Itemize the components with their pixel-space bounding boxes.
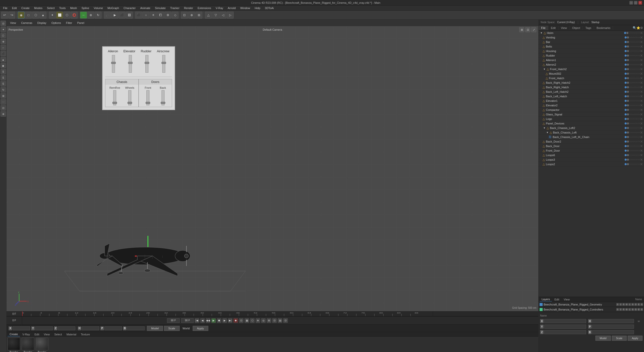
tree-item-front-hatch[interactable]: △ Front_Hatch ⋯⋯⋯✕ xyxy=(539,76,644,80)
ctrl-icon-9[interactable]: X xyxy=(640,308,643,311)
vp-display-btn[interactable]: Display xyxy=(35,21,48,25)
tool4-button[interactable]: ▷ xyxy=(227,12,234,19)
airscrew-thumb[interactable] xyxy=(162,62,166,64)
tree-item-back-left-hatch[interactable]: △ Back_Left_Hatch ⋯⋯⋯✕ xyxy=(539,94,644,99)
material-swatch-3[interactable] xyxy=(36,338,48,350)
housing-dot-1[interactable] xyxy=(625,50,627,52)
props-h-input[interactable] xyxy=(592,319,634,323)
scene-mode-button[interactable]: ⬡ xyxy=(32,12,39,19)
vp-grid-btn[interactable]: ⊡ xyxy=(525,27,530,32)
b-rotation-input[interactable] xyxy=(127,326,145,330)
sidebar-btn-16[interactable]: ⊕ xyxy=(1,111,6,117)
scale-coord-button[interactable]: Scale xyxy=(164,326,180,331)
airscrew-track[interactable] xyxy=(162,55,165,73)
sidebar-btn-6[interactable]: ⬛ xyxy=(1,51,6,56)
heim-dot-2[interactable] xyxy=(626,32,628,34)
tree-item-rudder[interactable]: △ Rudder ⋯⋯⋯✕ xyxy=(539,53,644,58)
tree-item-aileron1[interactable]: △ Aileron1 ⋯⋯⋯✕ xyxy=(539,58,644,62)
menu-tracker[interactable]: Tracker xyxy=(168,6,182,10)
tree-item-belts[interactable]: △ Belts ⋯⋯⋯✕ xyxy=(539,44,644,49)
tree-item-housing[interactable]: △ Housing ⋯⋯⋯✕ xyxy=(539,49,644,53)
menu-mograph[interactable]: MoGraph xyxy=(105,6,121,10)
ctrl-icon-2[interactable]: V xyxy=(619,308,622,311)
airscrew-slider[interactable] xyxy=(162,55,165,73)
play-button[interactable]: ▶ xyxy=(211,318,216,323)
move-button[interactable]: ↔ xyxy=(80,12,87,19)
undo-button[interactable]: ↩ xyxy=(1,12,8,19)
mount302-dot-2[interactable] xyxy=(627,73,629,75)
tree-item-front-hatch2[interactable]: ▼ △ Front_Hatch2 ⋯⋯⋯✕ xyxy=(539,67,644,71)
expand-icon-bcl2[interactable]: ▼ xyxy=(543,126,546,130)
tree-item-loops6[interactable]: △ Loops6 ⋯⋯⋯✕ xyxy=(539,153,644,157)
goto-end-button[interactable]: ▶| xyxy=(228,318,232,323)
menu-tools[interactable]: Tools xyxy=(57,6,68,10)
layer-icon-2[interactable]: V xyxy=(619,303,622,306)
aileron1-dot-2[interactable] xyxy=(627,59,629,61)
material-swatch-1[interactable] xyxy=(8,338,20,350)
vp-expand-btn[interactable]: ⤢ xyxy=(531,27,536,32)
model-coord-button[interactable]: Model xyxy=(147,326,163,331)
ctrl-icon-8[interactable]: E xyxy=(637,308,640,311)
mount302-dot-1[interactable] xyxy=(625,73,627,75)
rudder-thumb[interactable] xyxy=(145,62,149,64)
rect-select-button[interactable]: ⬜ xyxy=(56,12,63,19)
sidebar-btn-11[interactable]: S xyxy=(1,81,6,86)
tree-item-mount302[interactable]: △ Mount302 ⋯⋯⋯✕ xyxy=(539,71,644,76)
layer-row-geometry[interactable]: Beechcraft_Bonanza_Plane_Rigged_Geometry… xyxy=(539,302,644,307)
props-x-input[interactable] xyxy=(544,319,586,323)
obj-tab-view[interactable]: View xyxy=(558,26,570,30)
tree-item-back-chassis-left[interactable]: ▼ △ Back_Chassis_Left ⋯⋯⋯✕ xyxy=(539,130,644,135)
props-model-button[interactable]: Model xyxy=(595,336,611,341)
timeline-ruler[interactable]: 0 4 8 12 16 20 24 28 32 36 40 44 48 52 5… xyxy=(22,312,433,316)
expand-icon-front-hatch2[interactable]: ▼ xyxy=(543,67,546,71)
expand-icon-bcl[interactable]: ▼ xyxy=(546,131,549,134)
close-button[interactable]: ✕ xyxy=(638,1,642,5)
menu-volume[interactable]: Volume xyxy=(92,6,105,10)
tree-item-elevator2[interactable]: △ Elevator2 ⋯⋯⋯✕ xyxy=(539,103,644,108)
ctrl-icon-6[interactable]: A xyxy=(631,308,634,311)
elevator-track[interactable] xyxy=(129,55,132,73)
playback-mode-5[interactable]: ◎ xyxy=(261,318,266,323)
menu-window[interactable]: Window xyxy=(238,6,252,10)
aileron-thumb[interactable] xyxy=(111,62,116,64)
x-position-input[interactable] xyxy=(13,326,30,330)
light-button[interactable]: ☀ xyxy=(150,12,157,19)
aileron1-dot-1[interactable] xyxy=(625,59,627,61)
tree-item-loops3[interactable]: △ Loops3 ⋯⋯⋯✕ xyxy=(539,157,644,162)
vp-options-btn[interactable]: Options xyxy=(49,21,63,25)
menu-edit[interactable]: Edit xyxy=(10,6,19,10)
front-hatch2-dot-1[interactable] xyxy=(625,68,627,70)
layer-icon-5[interactable]: L xyxy=(628,303,631,306)
aileron2-dot-2[interactable] xyxy=(627,64,629,66)
menu-extensions[interactable]: Extensions xyxy=(195,6,213,10)
goto-start-button[interactable]: |◀ xyxy=(195,318,199,323)
h-rotation-input[interactable] xyxy=(82,326,99,330)
tree-item-back-door[interactable]: △ Back_Door ⋯⋯⋯✕ xyxy=(539,144,644,148)
sidebar-btn-2[interactable]: ✦ xyxy=(1,27,6,32)
menu-create[interactable]: Create xyxy=(19,6,32,10)
p-rotation-input[interactable] xyxy=(104,326,122,330)
props-scale-button[interactable]: Scale xyxy=(612,336,627,341)
tool1-button[interactable]: △ xyxy=(205,12,212,19)
menu-vray[interactable]: V-Ray xyxy=(214,6,225,10)
aileron-track[interactable] xyxy=(112,55,115,73)
rudder-slider[interactable] xyxy=(145,55,148,73)
remrve-thumb[interactable] xyxy=(112,102,117,104)
menu-help[interactable]: Help xyxy=(253,6,262,10)
tree-item-back-door2[interactable]: △ Back_Door2 ⋯⋯⋯✕ xyxy=(539,139,644,144)
menu-arnold[interactable]: Arnold xyxy=(226,6,238,10)
rudder-track[interactable] xyxy=(145,55,148,73)
vp-view-btn[interactable]: View xyxy=(8,21,18,25)
scale-button[interactable]: ⊕ xyxy=(87,12,94,19)
front-hatch2-dot-2[interactable] xyxy=(627,68,629,70)
playback-mode-4[interactable]: ⊕ xyxy=(256,318,260,323)
remrve-slider[interactable] xyxy=(113,90,116,105)
next-frame-button[interactable]: ▶ xyxy=(222,318,227,323)
layer-icon-3[interactable]: R xyxy=(622,303,625,306)
back-door-slider[interactable] xyxy=(162,90,165,105)
nurbs-button[interactable]: ◇ xyxy=(172,12,179,19)
sidebar-btn-14[interactable]: ⋯ xyxy=(1,99,6,105)
menu-select[interactable]: Select xyxy=(45,6,57,10)
sidebar-btn-10[interactable]: S xyxy=(1,75,6,80)
object-tree[interactable]: ▼ △ Heim ⋯⋯⋯✕ △ Venting ⋯⋯⋯✕ △ xyxy=(539,31,644,297)
